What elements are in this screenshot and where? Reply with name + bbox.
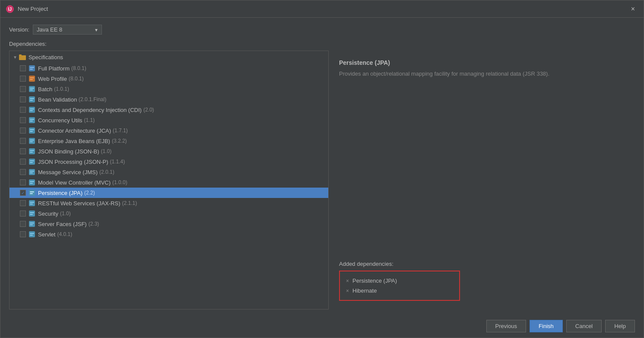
module-icon (29, 169, 35, 175)
title-bar: IJ New Project × (0, 0, 644, 18)
item-label: Message Service (JMS) (38, 169, 98, 175)
item-label: Bean Validation (38, 96, 77, 103)
tree-item-servlet[interactable]: Servlet (4.0.1) (10, 229, 328, 239)
version-row: Version: Java EE 8Java EE 7 (9, 25, 635, 35)
tree-item-bean-validation[interactable]: Bean Validation (2.0.1.Final) (10, 94, 328, 105)
tree-item-jca[interactable]: Connector Architecture (JCA) (1.7.1) (10, 125, 328, 136)
tree-group-specifications[interactable]: ▼ Specifications (10, 51, 328, 63)
item-version: (2.1.1) (122, 200, 137, 206)
svg-rect-41 (30, 191, 34, 192)
svg-rect-47 (30, 212, 34, 213)
item-label: Security (38, 210, 58, 217)
finish-button[interactable]: Finish (530, 320, 563, 332)
dialog-title: New Project (18, 6, 628, 12)
added-dep-jpa-label: Persistence (JPA) (352, 277, 397, 284)
item-label: Servlet (38, 231, 55, 238)
svg-rect-18 (30, 110, 33, 111)
previous-button[interactable]: Previous (486, 320, 527, 332)
cancel-button[interactable]: Cancel (566, 320, 602, 332)
svg-rect-28 (29, 148, 35, 154)
version-label: Version: (9, 26, 29, 33)
item-version: (1.0) (101, 148, 112, 154)
tree-item-jsf[interactable]: Server Faces (JSF) (2.3) (10, 219, 328, 229)
module-icon (29, 231, 35, 238)
item-version: (1.0) (60, 210, 71, 217)
added-dependencies-section: Added dependencies: × Persistence (JPA) … (339, 261, 625, 301)
tree-item-jms[interactable]: Message Service (JMS) (2.0.1) (10, 167, 328, 177)
checkbox-jsf[interactable] (20, 221, 26, 227)
svg-rect-39 (30, 183, 33, 184)
version-select[interactable]: Java EE 8Java EE 7 (33, 25, 102, 35)
item-version: (8.0.1) (69, 76, 84, 82)
module-icon (29, 179, 35, 186)
svg-rect-49 (29, 221, 35, 227)
checkbox-bean-validation[interactable] (20, 96, 26, 102)
tree-item-security[interactable]: Security (1.0) (10, 208, 328, 219)
item-version: (8.0.1) (71, 65, 86, 71)
svg-rect-14 (30, 98, 34, 99)
item-version: (2.0) (143, 107, 154, 113)
svg-rect-52 (29, 231, 35, 237)
checkbox-batch[interactable] (20, 86, 26, 92)
version-select-wrapper[interactable]: Java EE 8Java EE 7 (33, 25, 102, 35)
svg-rect-40 (29, 190, 35, 196)
svg-rect-31 (29, 159, 35, 165)
checkbox-concurrency-utils[interactable] (20, 117, 26, 123)
svg-text:IJ: IJ (8, 7, 12, 12)
svg-rect-13 (29, 96, 35, 102)
checkbox-jpa[interactable]: ✓ (20, 190, 26, 196)
item-label: Contexts and Dependency Injection (CDI) (38, 107, 142, 113)
item-version: (1.1) (84, 117, 95, 123)
checkbox-servlet[interactable] (20, 231, 26, 237)
svg-rect-6 (30, 69, 33, 70)
item-version: (4.0.1) (57, 231, 72, 237)
checkbox-web-profile[interactable] (20, 76, 26, 82)
tree-item-jax-rs[interactable]: RESTful Web Services (JAX-RS) (2.1.1) (10, 198, 328, 208)
checkbox-ejb[interactable] (20, 138, 26, 144)
tree-item-jpa[interactable]: ✓ Persistence (JPA) (2.2) (10, 188, 328, 198)
svg-rect-29 (30, 150, 34, 151)
checkbox-cdi[interactable] (20, 107, 26, 113)
item-label: Concurrency Utils (38, 117, 82, 124)
svg-rect-34 (29, 169, 35, 175)
module-icon (29, 210, 35, 217)
right-panel: Persistence (JPA) Provides an object/rel… (329, 51, 635, 309)
checkbox-json-binding[interactable] (20, 148, 26, 154)
checkbox-jca[interactable] (20, 128, 26, 134)
added-deps-box: × Persistence (JPA) × Hibernate (339, 271, 460, 301)
tree-item-ejb[interactable]: Enterprise Java Beans (EJB) (3.2.2) (10, 136, 328, 146)
item-version: (1.0.0) (112, 179, 127, 185)
checkbox-mvc[interactable] (20, 179, 26, 185)
module-icon (29, 220, 35, 227)
close-button[interactable]: × (628, 3, 638, 15)
item-version: (2.0.1.Final) (79, 96, 106, 102)
checkbox-security[interactable] (20, 210, 26, 217)
checkbox-full-platform[interactable] (20, 65, 26, 71)
remove-hibernate-button[interactable]: × (346, 288, 349, 294)
bottom-bar: Previous Finish Cancel Help (0, 315, 644, 338)
tree-item-json-processing[interactable]: JSON Processing (JSON-P) (1.1.4) (10, 156, 328, 167)
tree-item-full-platform[interactable]: Full Platform (8.0.1) (10, 63, 328, 73)
help-button[interactable]: Help (605, 320, 635, 332)
svg-rect-22 (29, 128, 35, 134)
svg-rect-32 (30, 160, 34, 161)
module-icon (29, 106, 35, 113)
tree-item-cdi[interactable]: Contexts and Dependency Injection (CDI) … (10, 105, 328, 115)
svg-rect-37 (29, 179, 35, 185)
checkbox-json-processing[interactable] (20, 159, 26, 165)
module-icon (29, 75, 35, 82)
added-dep-hibernate: × Hibernate (346, 286, 453, 296)
checkbox-jax-rs[interactable] (20, 200, 26, 206)
tree-item-concurrency-utils[interactable]: Concurrency Utils (1.1) (10, 115, 328, 125)
tree-item-web-profile[interactable]: Web Profile (8.0.1) (10, 73, 328, 84)
svg-rect-24 (30, 131, 33, 132)
svg-rect-33 (30, 162, 33, 163)
tree-item-batch[interactable]: Batch (1.0.1) (10, 84, 328, 94)
svg-rect-46 (29, 210, 35, 217)
remove-jpa-button[interactable]: × (346, 278, 349, 284)
svg-rect-21 (30, 121, 33, 121)
tree-item-mvc[interactable]: Model View Controller (MVC) (1.0.0) (10, 177, 328, 188)
checkbox-jms[interactable] (20, 169, 26, 175)
svg-rect-16 (29, 107, 35, 113)
tree-item-json-binding[interactable]: JSON Binding (JSON-B) (1.0) (10, 146, 328, 156)
